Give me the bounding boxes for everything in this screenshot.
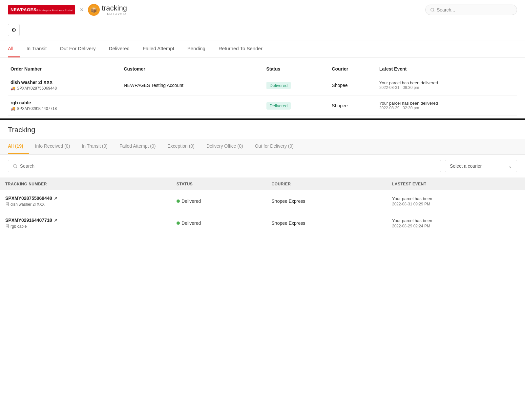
status-delivered-badge: Delivered xyxy=(177,220,261,226)
tracking-row2-status: Delivered xyxy=(171,212,266,234)
event-cell-2: Your parcel has been delivered 2022-08-2… xyxy=(377,95,517,116)
latest-event-date: 2022-08-29 02:24 PM xyxy=(392,224,520,228)
top-tabs: All In Transit Out For Delivery Delivere… xyxy=(0,40,525,58)
order-cell-1: dish washer 2l XXX 🚚 SPXMY028755069448 xyxy=(8,75,121,95)
col-customer: Customer xyxy=(121,63,263,75)
tracking-search-box[interactable] xyxy=(8,160,441,172)
tab-pending[interactable]: Pending xyxy=(181,40,212,57)
tracking-logo-area: 📦 tracking MALAYSIA xyxy=(88,4,127,16)
status-cell-1: Delivered xyxy=(264,75,329,95)
courier-select-dropdown[interactable]: Select a courier ⌄ xyxy=(445,160,517,172)
latest-event-text: Your parcel has been xyxy=(392,218,520,223)
status-cell-2: Delivered xyxy=(264,95,329,116)
col-latest-event: Latest Event xyxy=(377,63,517,75)
tracking-icon: 📦 xyxy=(88,4,100,16)
table-row: rgb cable 🚚 SPXMY029164407718 Delivered … xyxy=(8,95,517,116)
tracking-num-label: 🚚 SPXMY028755069448 xyxy=(10,86,118,91)
tracking-row2-event: Your parcel has been 2022-08-29 02:24 PM xyxy=(387,212,525,234)
delivered-dot xyxy=(177,221,180,225)
tab-delivered[interactable]: Delivered xyxy=(102,40,136,57)
tracking-search-input[interactable] xyxy=(20,163,436,169)
event-text: Your parcel has been delivered xyxy=(379,80,514,85)
order-name: rgb cable xyxy=(10,100,118,105)
svg-line-1 xyxy=(433,11,434,12)
filter-row: Select a courier ⌄ xyxy=(0,155,525,178)
tracking-brand: tracking MALAYSIA xyxy=(102,4,127,16)
header: NEWPAGES® Malaysia Business Portal × 📦 t… xyxy=(0,0,525,20)
tracking-tab-exception[interactable]: Exception (0) xyxy=(161,139,200,154)
tracking-row1-courier: Shopee Express xyxy=(266,190,387,212)
status-delivered-badge: Delivered xyxy=(177,199,261,204)
tracking-num-label: 🚚 SPXMY029164407718 xyxy=(10,106,118,111)
delivered-dot xyxy=(177,200,180,203)
customer-cell-1: NEWPAGES Testing Account xyxy=(121,75,263,95)
event-date: 2022-08-29 , 02:30 pm xyxy=(379,106,514,110)
tracking-tab-failed-attempt[interactable]: Failed Attempt (0) xyxy=(114,139,162,154)
tracking-row1-event: Your parcel has been 2022-08-31 09:29 PM xyxy=(387,190,525,212)
tracking-table: TRACKING NUMBER STATUS COURIER LASTEST E… xyxy=(0,178,525,234)
settings-button[interactable]: ⚙ xyxy=(8,24,20,36)
archive-icon: 🗄 xyxy=(5,202,9,207)
table-row: SPXMY028755069448 ↗ 🗄 dish washer 2l XXX… xyxy=(0,190,525,212)
header-search-box[interactable] xyxy=(425,5,517,15)
archive-icon: 🗄 xyxy=(5,224,9,229)
courier-cell-2: Shopee xyxy=(329,95,377,116)
col-courier: Courier xyxy=(329,63,377,75)
table-row: dish washer 2l XXX 🚚 SPXMY028755069448 N… xyxy=(8,75,517,95)
svg-point-2 xyxy=(13,164,16,167)
tracking-order-label: 🗄 dish washer 2l XXX xyxy=(5,202,166,207)
tab-returned-to-sender[interactable]: Returned To Sender xyxy=(212,40,269,57)
tracking-row1-number: SPXMY028755069448 ↗ 🗄 dish washer 2l XXX xyxy=(0,190,171,212)
table-row: SPXMY029164407718 ↗ 🗄 rgb cable Delivere… xyxy=(0,212,525,234)
settings-area: ⚙ xyxy=(0,20,525,40)
tab-out-for-delivery[interactable]: Out For Delivery xyxy=(53,40,102,57)
tracking-tab-out-for-delivery[interactable]: Out for Delivery (0) xyxy=(249,139,300,154)
courier-select-label: Select a courier xyxy=(450,163,482,169)
header-search-input[interactable] xyxy=(437,7,512,12)
status-badge: Delivered xyxy=(266,82,291,89)
truck-icon: 🚚 xyxy=(10,86,15,91)
tab-all[interactable]: All xyxy=(8,40,20,57)
share-icon[interactable]: ↗ xyxy=(54,218,57,223)
courier-cell-1: Shopee xyxy=(329,75,377,95)
tracking-tab-info-received[interactable]: Info Received (0) xyxy=(29,139,76,154)
chevron-down-icon: ⌄ xyxy=(508,163,512,169)
x-separator: × xyxy=(80,7,83,13)
tracking-tab-all[interactable]: All (19) xyxy=(8,139,29,154)
order-cell-2: rgb cable 🚚 SPXMY029164407718 xyxy=(8,95,121,116)
orders-section: Order Number Customer Status Courier Lat… xyxy=(0,58,525,116)
order-name: dish washer 2l XXX xyxy=(10,80,118,85)
latest-event-text: Your parcel has been xyxy=(392,196,520,201)
tracking-number-value: SPXMY029164407718 ↗ xyxy=(5,218,166,223)
tracking-number-value: SPXMY028755069448 ↗ xyxy=(5,196,166,201)
search-icon xyxy=(430,8,435,12)
search-icon xyxy=(13,164,17,168)
col-status: Status xyxy=(264,63,329,75)
event-date: 2022-08-31 , 09:30 pm xyxy=(379,85,514,90)
tab-failed-attempt[interactable]: Failed Attempt xyxy=(136,40,181,57)
status-badge: Delivered xyxy=(266,102,291,110)
gear-icon: ⚙ xyxy=(11,27,16,33)
col-order-number: Order Number xyxy=(8,63,121,75)
tab-in-transit[interactable]: In Transit xyxy=(20,40,53,57)
event-cell-1: Your parcel has been delivered 2022-08-3… xyxy=(377,75,517,95)
tracking-tab-in-transit[interactable]: In Transit (0) xyxy=(76,139,114,154)
tracking-col-number: TRACKING NUMBER xyxy=(0,178,171,190)
share-icon[interactable]: ↗ xyxy=(54,196,57,201)
tracking-table-wrap: TRACKING NUMBER STATUS COURIER LASTEST E… xyxy=(0,178,525,234)
tracking-tabs: All (19) Info Received (0) In Transit (0… xyxy=(0,139,525,155)
tracking-col-status: STATUS xyxy=(171,178,266,190)
orders-table: Order Number Customer Status Courier Lat… xyxy=(8,63,517,116)
svg-line-3 xyxy=(16,167,17,168)
tracking-tab-delivery-office[interactable]: Delivery Office (0) xyxy=(200,139,249,154)
event-text: Your parcel has been delivered xyxy=(379,101,514,106)
tracking-order-label: 🗄 rgb cable xyxy=(5,224,166,229)
tracking-col-courier: COURIER xyxy=(266,178,387,190)
tracking-row2-courier: Shopee Express xyxy=(266,212,387,234)
newpages-logo: NEWPAGES® Malaysia Business Portal xyxy=(8,5,75,14)
customer-cell-2 xyxy=(121,95,263,116)
logo-area: NEWPAGES® Malaysia Business Portal × 📦 t… xyxy=(8,4,127,16)
tracking-section-title: Tracking xyxy=(0,118,525,139)
svg-point-0 xyxy=(431,8,434,11)
truck-icon: 🚚 xyxy=(10,106,15,111)
